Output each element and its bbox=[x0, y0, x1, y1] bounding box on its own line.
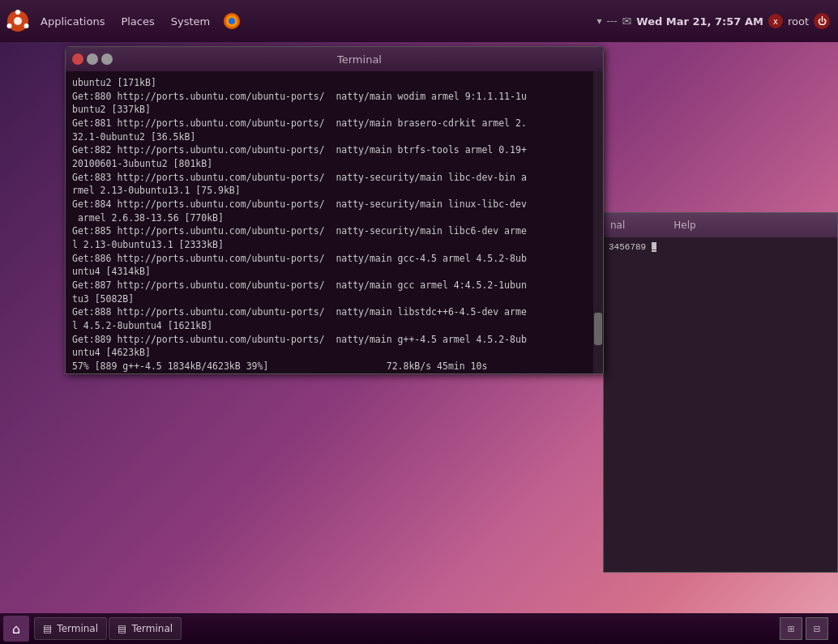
power-button[interactable]: ⏻ bbox=[814, 13, 830, 29]
taskbar: ⌂ ▤ Terminal ▤ Terminal ⊞ ⊟ bbox=[0, 613, 838, 644]
taskbar-terminal2-icon: ▤ bbox=[118, 623, 126, 634]
desktop-area: nal Help 3456789 _ Terminal ubuntu2 [171… bbox=[0, 42, 838, 644]
system-menu[interactable]: System bbox=[165, 12, 216, 31]
terminal2-titlebar: nal Help bbox=[604, 213, 837, 237]
svg-point-4 bbox=[24, 23, 29, 28]
clock-display: Wed Mar 21, 7:57 AM bbox=[636, 15, 763, 28]
home-icon: ⌂ bbox=[12, 621, 20, 637]
taskbar-terminal1-icon: ▤ bbox=[43, 623, 52, 634]
terminal2-menu-nal[interactable]: nal bbox=[610, 220, 625, 231]
applications-menu[interactable]: Applications bbox=[34, 12, 111, 31]
terminal1-minimize-button[interactable] bbox=[87, 53, 98, 65]
terminal2-text: 3456789 bbox=[609, 242, 646, 252]
svg-point-7 bbox=[229, 18, 235, 24]
mail-icon[interactable]: ✉ bbox=[622, 15, 632, 28]
places-menu[interactable]: Places bbox=[114, 12, 160, 31]
close-session-button[interactable]: x bbox=[768, 14, 783, 28]
terminal2-content: 3456789 _ bbox=[604, 237, 837, 257]
svg-point-2 bbox=[15, 10, 20, 15]
taskbar-terminal1[interactable]: ▤ Terminal bbox=[34, 617, 107, 640]
taskbar-right: ⊞ ⊟ bbox=[780, 617, 835, 640]
terminal-window-1: Terminal ubuntu2 [171kB] Get:880 http://… bbox=[65, 46, 604, 374]
network-dash-label: --- bbox=[607, 15, 618, 27]
terminal2-menu-help[interactable]: Help bbox=[673, 220, 695, 231]
taskbar-home-button[interactable]: ⌂ bbox=[3, 616, 29, 642]
terminal1-maximize-button[interactable] bbox=[101, 53, 113, 65]
terminal1-titlebar: Terminal bbox=[66, 47, 603, 71]
user-name-label: root bbox=[788, 15, 809, 28]
ubuntu-logo-icon bbox=[6, 10, 29, 32]
taskbar-terminal1-label: Terminal bbox=[57, 623, 98, 634]
signal-icon: ▾ bbox=[597, 15, 602, 27]
taskbar-terminal2-label: Terminal bbox=[131, 623, 173, 634]
terminal1-scrollbar-thumb[interactable] bbox=[594, 313, 602, 345]
terminal1-close-button[interactable] bbox=[72, 53, 83, 65]
terminal1-title: Terminal bbox=[122, 53, 596, 66]
taskbar-icon-1[interactable]: ⊞ bbox=[780, 617, 802, 640]
terminal1-body[interactable]: ubuntu2 [171kB] Get:880 http://ports.ubu… bbox=[66, 71, 603, 373]
terminal-window-2: nal Help 3456789 _ bbox=[603, 212, 838, 573]
top-panel-right: ▾ --- ✉ Wed Mar 21, 7:57 AM x root ⏻ bbox=[597, 13, 838, 29]
terminal1-output: ubuntu2 [171kB] Get:880 http://ports.ubu… bbox=[72, 76, 596, 373]
svg-point-3 bbox=[7, 23, 12, 28]
firefox-icon[interactable] bbox=[223, 12, 241, 30]
svg-point-1 bbox=[14, 17, 22, 25]
taskbar-terminal2[interactable]: ▤ Terminal bbox=[109, 617, 182, 640]
terminal1-scrollbar[interactable] bbox=[593, 71, 603, 373]
taskbar-icon-2[interactable]: ⊟ bbox=[806, 617, 828, 640]
top-panel: Applications Places System ▾ --- ✉ Wed M… bbox=[0, 0, 838, 42]
top-panel-left: Applications Places System bbox=[0, 10, 241, 32]
